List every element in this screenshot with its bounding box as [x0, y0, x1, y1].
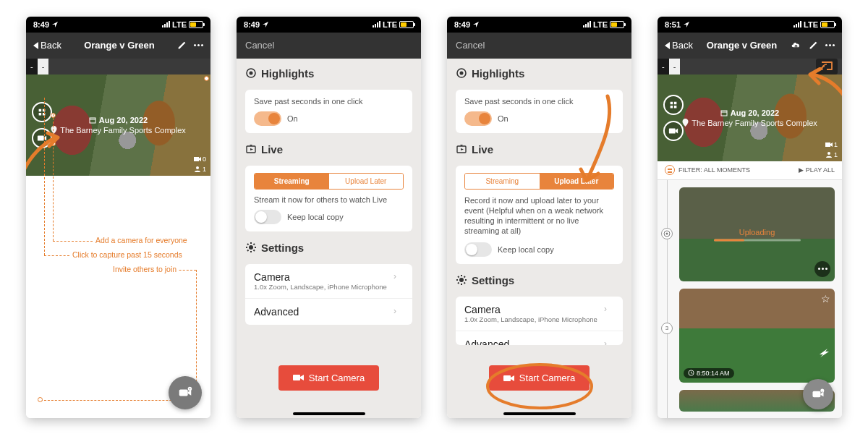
back-button[interactable]: Back — [665, 40, 693, 51]
timeline-node-target[interactable] — [661, 228, 673, 239]
streaming-tab[interactable]: Streaming — [255, 174, 329, 189]
annot-node-bl — [38, 397, 43, 402]
highlights-toggle[interactable] — [464, 111, 492, 126]
settings-section-title: Settings — [456, 274, 623, 286]
screen1: 8:49 LTE Back Orange v Green - - Aug 20,… — [26, 17, 210, 418]
live-mode-segment[interactable]: Streaming Upload Later — [254, 173, 404, 190]
score-away: - — [38, 59, 49, 75]
streaming-tab[interactable]: Streaming — [465, 174, 540, 189]
event-title: Orange v Green — [697, 40, 786, 51]
highlights-toggle[interactable] — [254, 111, 281, 126]
more-icon[interactable] — [825, 44, 835, 46]
play-all-button[interactable]: ▶ PLAY ALL — [799, 166, 835, 174]
event-hero: Aug 20, 2022 The Barney Family Sports Co… — [658, 75, 842, 161]
nav-header: Back Orange v Green — [658, 33, 842, 59]
start-camera-button[interactable]: Start Camera — [278, 365, 379, 391]
share-icon[interactable] — [819, 347, 830, 361]
keep-local-toggle[interactable] — [254, 210, 281, 224]
start-camera-button[interactable]: Start Camera — [489, 365, 590, 391]
chevron-right-icon: › — [604, 339, 607, 346]
location-arrow-icon — [51, 21, 59, 28]
score-strip: - - — [658, 59, 842, 75]
location-arrow-icon — [683, 21, 690, 28]
cast-icon — [820, 61, 833, 71]
camera-settings-item[interactable]: Camera 1.0x Zoom, Landscape, iPhone Micr… — [456, 297, 623, 331]
status-bar: 8:51 LTE — [658, 17, 842, 33]
event-date: Aug 20, 2022 — [89, 116, 148, 124]
signal-icon — [373, 21, 380, 27]
advanced-settings-item[interactable]: Advanced › — [245, 299, 412, 325]
annot-label-capture: Click to capture past 15 seconds — [71, 250, 184, 259]
svg-point-40 — [827, 152, 830, 155]
event-location: The Barney Family Sports Complex — [682, 119, 817, 127]
fab-camera[interactable]: + — [803, 379, 833, 409]
toggle-label: On — [498, 114, 614, 123]
battery-icon — [189, 21, 203, 28]
advanced-settings-item[interactable]: Advanced › — [456, 331, 623, 346]
more-icon[interactable] — [194, 44, 203, 46]
highlights-card: Save past seconds in one click On — [245, 90, 412, 133]
upload-cloud-icon[interactable] — [791, 41, 801, 50]
battery-icon — [610, 21, 624, 28]
pencil-icon[interactable] — [177, 41, 187, 50]
keep-local-label: Keep local copy — [287, 213, 404, 221]
signal-icon — [162, 21, 170, 27]
svg-point-24 — [459, 278, 464, 282]
signal-icon — [583, 21, 591, 27]
camera-icon — [503, 374, 515, 383]
pencil-icon[interactable] — [809, 41, 818, 50]
svg-point-35 — [821, 68, 822, 69]
filter-button[interactable]: FILTER: ALL MOMENTS — [665, 165, 750, 175]
camera-label: Camera — [464, 304, 614, 315]
status-time: 8:49 — [244, 20, 260, 29]
capture-highlight-button[interactable] — [32, 102, 52, 122]
camera-sub: 1.0x Zoom, Landscape, iPhone Microphone — [464, 315, 614, 323]
upload-later-tab[interactable]: Upload Later — [329, 174, 404, 189]
hero-stats: 0 1 — [194, 156, 206, 173]
score-home: - — [26, 59, 38, 75]
star-icon[interactable]: ☆ — [821, 293, 830, 305]
svg-rect-0 — [90, 118, 95, 123]
moment-card[interactable]: ☆ 8:50:14 AM — [679, 289, 835, 383]
svg-line-18 — [247, 250, 249, 252]
home-indicator — [293, 412, 365, 415]
moment-card-uploading[interactable]: Uploading — [679, 187, 835, 281]
filter-bar: FILTER: ALL MOMENTS ▶ PLAY ALL — [658, 161, 842, 180]
cam-count: 1 — [834, 141, 838, 148]
svg-line-16 — [247, 244, 249, 245]
timeline-node-count[interactable]: 3 — [661, 323, 673, 334]
location-arrow-icon — [262, 21, 269, 28]
moment-more-button[interactable] — [814, 261, 830, 277]
event-title: Orange v Green — [66, 40, 173, 51]
cast-button[interactable] — [816, 59, 838, 75]
camera-sub: 1.0x Zoom, Landscape, iPhone Microphone — [254, 283, 404, 291]
keep-local-toggle[interactable] — [464, 242, 492, 257]
live-desc: Stream it now for others to watch Live — [254, 195, 404, 204]
event-date: Aug 20, 2022 — [720, 109, 779, 117]
capture-highlight-button[interactable] — [663, 95, 684, 115]
advanced-label: Advanced — [254, 306, 404, 318]
screen2: 8:49 LTE Cancel Highlights Save past sec… — [237, 17, 421, 418]
toggle-label: On — [287, 114, 404, 123]
upload-later-tab[interactable]: Upload Later — [540, 174, 614, 189]
carrier-label: LTE — [804, 20, 818, 29]
add-camera-button[interactable] — [663, 121, 684, 141]
highlights-desc: Save past seconds in one click — [464, 97, 614, 106]
camera-icon — [293, 373, 305, 382]
gear-icon — [245, 242, 257, 253]
chevron-left-icon — [665, 42, 670, 49]
svg-point-42 — [666, 232, 668, 234]
camera-settings-item[interactable]: Camera 1.0x Zoom, Landscape, iPhone Micr… — [245, 264, 412, 299]
cancel-button[interactable]: Cancel — [245, 40, 274, 51]
svg-rect-5 — [179, 389, 188, 396]
cancel-button[interactable]: Cancel — [456, 40, 485, 51]
fab-camera[interactable]: + — [169, 376, 202, 409]
live-mode-segment[interactable]: Streaming Upload Later — [464, 173, 614, 190]
moment-timestamp: 8:50:14 AM — [684, 368, 734, 378]
filter-icon — [665, 165, 675, 175]
annotation-arrow-left — [26, 129, 77, 244]
screen4: 8:51 LTE Back Orange v Green - - — [658, 17, 842, 418]
score-strip: - - — [26, 59, 210, 75]
back-button[interactable]: Back — [33, 40, 61, 51]
svg-rect-36 — [721, 111, 727, 116]
